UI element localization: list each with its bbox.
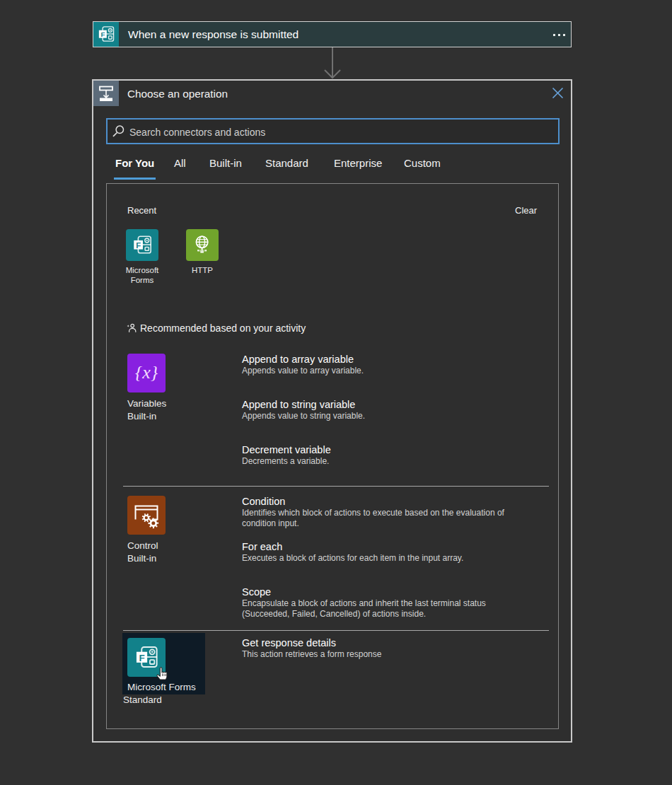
svg-text:{x}: {x} <box>135 362 158 383</box>
